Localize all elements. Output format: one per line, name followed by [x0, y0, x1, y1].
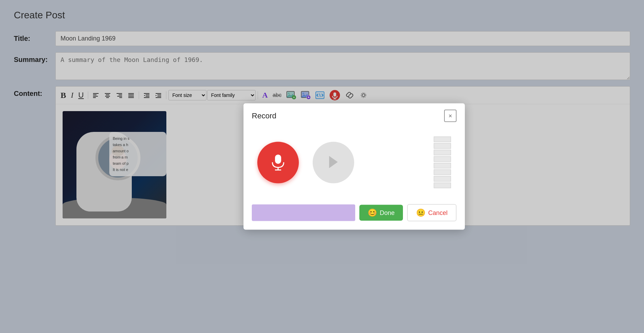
close-icon: ×: [449, 112, 452, 119]
volume-bar-2: [434, 143, 451, 149]
play-button[interactable]: [313, 142, 354, 183]
volume-bar-6: [434, 170, 451, 175]
volume-bar-1: [434, 137, 451, 142]
play-icon: [326, 155, 341, 170]
audio-waveform-placeholder: [252, 205, 355, 221]
dialog-header: Record ×: [243, 104, 465, 126]
svg-marker-52: [329, 156, 338, 168]
cancel-button[interactable]: 😐 Cancel: [407, 204, 457, 222]
dialog-footer: 😊 Done 😐 Cancel: [243, 199, 465, 230]
done-label: Done: [380, 209, 395, 216]
cancel-label: Cancel: [428, 209, 448, 216]
volume-bar-5: [434, 163, 451, 169]
dialog-close-button[interactable]: ×: [444, 110, 457, 122]
volume-bar-7: [434, 176, 451, 182]
volume-bar-3: [434, 150, 451, 155]
volume-bar-4: [434, 156, 451, 162]
svg-rect-49: [275, 154, 281, 164]
record-microphone-button[interactable]: [257, 142, 299, 183]
volume-bars: [434, 137, 451, 188]
microphone-icon: [269, 153, 287, 171]
record-dialog: Record ×: [243, 104, 465, 230]
dialog-body: [243, 126, 465, 199]
done-emoji-icon: 😊: [368, 208, 377, 217]
dialog-title: Record: [252, 111, 276, 120]
volume-bar-8: [434, 183, 451, 188]
cancel-emoji-icon: 😐: [416, 208, 425, 217]
done-button[interactable]: 😊 Done: [359, 205, 403, 221]
